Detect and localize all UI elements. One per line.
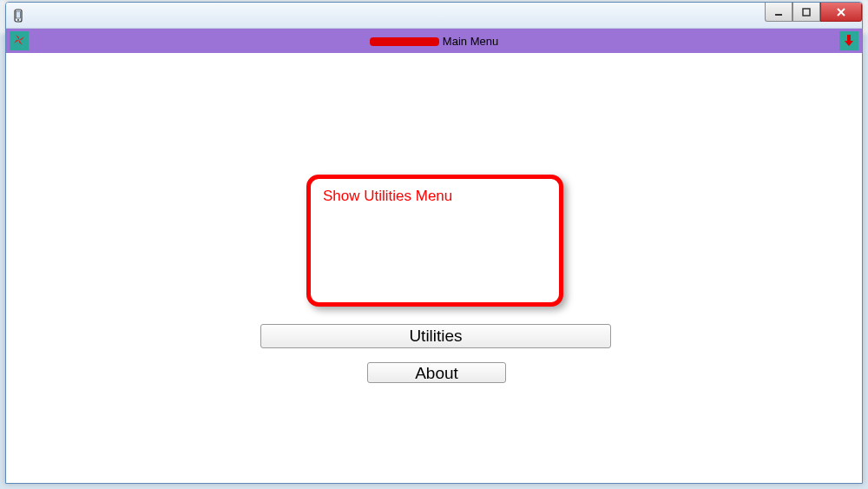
about-button[interactable]: About [367,362,506,383]
callout-text: Show Utilities Menu [323,188,547,205]
svg-rect-4 [803,9,810,16]
app-window: Main Menu Show Utilities Menu Utilities … [5,2,863,484]
minimize-button[interactable] [765,3,792,22]
svg-point-2 [17,19,19,21]
window-titlebar[interactable] [6,3,862,29]
down-arrow-icon [843,33,855,50]
window-controls [765,3,862,22]
svg-rect-7 [847,35,851,41]
close-button[interactable] [820,3,862,22]
tooltip-callout: Show Utilities Menu [306,175,563,307]
header-left-button[interactable] [10,31,29,50]
utilities-button[interactable]: Utilities [260,324,611,348]
header-right-button[interactable] [839,31,858,50]
app-body: Show Utilities Menu Utilities About [6,53,862,483]
app-header-bar: Main Menu [6,29,862,53]
pinwheel-icon [12,33,26,50]
header-title: Main Menu [443,35,498,48]
app-icon [11,9,25,23]
maximize-button[interactable] [792,3,820,22]
svg-rect-1 [16,11,21,18]
redacted-text [370,37,439,46]
